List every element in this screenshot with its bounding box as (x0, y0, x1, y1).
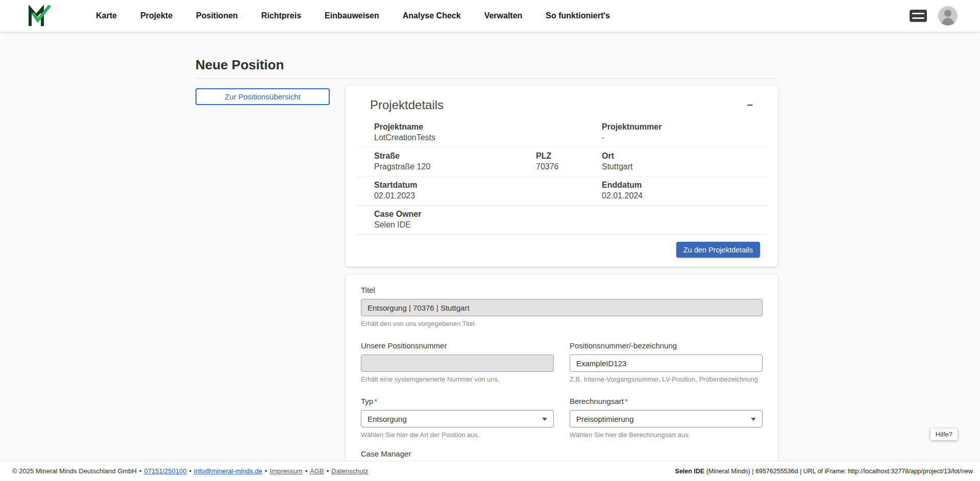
footer: © 2025 Mineral Minds Deutschland GmbH • … (0, 461, 980, 481)
main-content: Neue Position Zur Positionsübersicht Pro… (195, 57, 778, 481)
session-user: Selen IDE (675, 468, 705, 475)
phone-link[interactable]: 07151/250100 (144, 467, 186, 475)
unsere-positionsnummer-helper: Erhält eine systemgenerierte Nummer von … (361, 375, 554, 384)
berechnungsart-group: Berechnungsart* Preisoptimierung Wählen … (570, 397, 763, 439)
nav-item-einbauweisen[interactable]: Einbauweisen (325, 11, 379, 20)
typ-helper: Wählen Sie hier die Art der Position aus… (361, 431, 554, 439)
footer-left: © 2025 Mineral Minds Deutschland GmbH • … (12, 467, 369, 475)
titel-field-group: Titel Erhält den von uns vorgegebenen Ti… (361, 286, 763, 328)
typ-select[interactable]: Entsorgung (361, 410, 554, 427)
table-row: Projektname LotCreationTests Projektnumm… (355, 118, 768, 147)
keyboard-icon[interactable] (910, 10, 927, 22)
agb-link[interactable]: AGB (310, 467, 324, 475)
field-projektname: Projektname LotCreationTests (374, 122, 536, 142)
left-column: Zur Positionsübersicht (195, 86, 330, 105)
right-column: Projektdetails − Projektname LotCreation… (346, 86, 778, 481)
position-form-card: Titel Erhält den von uns vorgegebenen Ti… (346, 274, 778, 481)
session-details: (Mineral Minds) | 69576255536d | URL of … (704, 468, 973, 475)
logo-icon (28, 5, 51, 27)
required-marker: * (374, 397, 377, 406)
nav-item-verwalten[interactable]: Verwalten (484, 11, 523, 20)
top-nav: Karte Projekte Positionen Richtpreis Ein… (0, 0, 980, 32)
user-avatar-icon[interactable] (938, 6, 958, 26)
field-ort: Ort Stuttgart (602, 151, 768, 171)
nav-item-so-funktionierts[interactable]: So funktioniert's (546, 11, 610, 20)
typ-label: Typ* (361, 397, 554, 406)
impressum-link[interactable]: Impressum (270, 467, 302, 475)
unsere-positionsnummer-input (361, 355, 554, 372)
nav-item-projekte[interactable]: Projekte (140, 11, 173, 20)
nav-item-analyse-check[interactable]: Analyse Check (403, 11, 461, 20)
project-card-title: Projektdetails (370, 98, 444, 112)
project-details-card: Projektdetails − Projektname LotCreation… (346, 86, 778, 267)
berechnungsart-helper: Wählen Sie hier die Berechnungsart aus. (570, 431, 763, 439)
case-manager-label: Case Manager (361, 449, 763, 459)
titel-helper: Erhält den von uns vorgegebenen Titel. (361, 320, 763, 328)
datenschutz-link[interactable]: Datenschutz (331, 467, 368, 475)
field-projektnummer: Projektnummer - (602, 122, 768, 142)
field-strasse: Straße Pragstraße 120 (374, 151, 536, 171)
titel-input (361, 299, 763, 316)
nav-item-karte[interactable]: Karte (96, 11, 117, 20)
nav-item-richtpreis[interactable]: Richtpreis (261, 11, 301, 20)
nav-item-positionen[interactable]: Positionen (196, 11, 238, 20)
mineral-minds-logo[interactable] (28, 5, 51, 27)
field-enddatum: Enddatum 02.01.2024 (602, 181, 768, 200)
table-row: Startdatum 02.01.2023 Enddatum 02.01.202… (355, 176, 768, 206)
berechnungsart-label: Berechnungsart* (570, 397, 763, 406)
back-to-positions-button[interactable]: Zur Positionsübersicht (195, 88, 330, 105)
project-details-button[interactable]: Zu den Projektdetails (676, 242, 760, 258)
table-row: Case Owner Selen IDE (355, 206, 768, 235)
titel-label: Titel (361, 286, 763, 295)
page-title: Neue Position (195, 57, 778, 73)
required-marker: * (625, 397, 628, 406)
typ-group: Typ* Entsorgung Wählen Sie hier die Art … (361, 397, 554, 439)
unsere-positionsnummer-label: Unsere Positionsnummer (361, 341, 554, 350)
help-button[interactable]: Hilfe? (930, 428, 958, 440)
nav-links: Karte Projekte Positionen Richtpreis Ein… (96, 11, 610, 20)
project-details-table: Projektname LotCreationTests Projektnumm… (355, 118, 768, 235)
email-link[interactable]: info@mineral-minds.de (194, 467, 262, 475)
positionsnummer-group: Positionsnummer/-bezeichnung Z.B. Intern… (570, 341, 763, 384)
field-case-owner: Case Owner Selen IDE (374, 210, 536, 230)
berechnungsart-select[interactable]: Preisoptimierung (570, 410, 763, 427)
collapse-icon[interactable]: − (745, 100, 755, 110)
field-startdatum: Startdatum 02.01.2023 (374, 181, 536, 200)
unsere-positionsnummer-group: Unsere Positionsnummer Erhält eine syste… (361, 341, 554, 384)
table-row: Straße Pragstraße 120 PLZ 70376 Ort Stut… (355, 147, 768, 176)
topbar-right (910, 6, 958, 26)
field-plz: PLZ 70376 (536, 151, 602, 171)
positionsnummer-helper: Z.B. Interne-Vorgangsnummer, LV-Position… (570, 375, 763, 384)
positionsnummer-label: Positionsnummer/-bezeichnung (570, 341, 763, 350)
positionsnummer-input[interactable] (570, 355, 763, 372)
title-divider (195, 78, 778, 79)
copyright-text: © 2025 Mineral Minds Deutschland GmbH (12, 467, 137, 475)
session-info: Selen IDE (Mineral Minds) | 69576255536d… (675, 468, 973, 475)
